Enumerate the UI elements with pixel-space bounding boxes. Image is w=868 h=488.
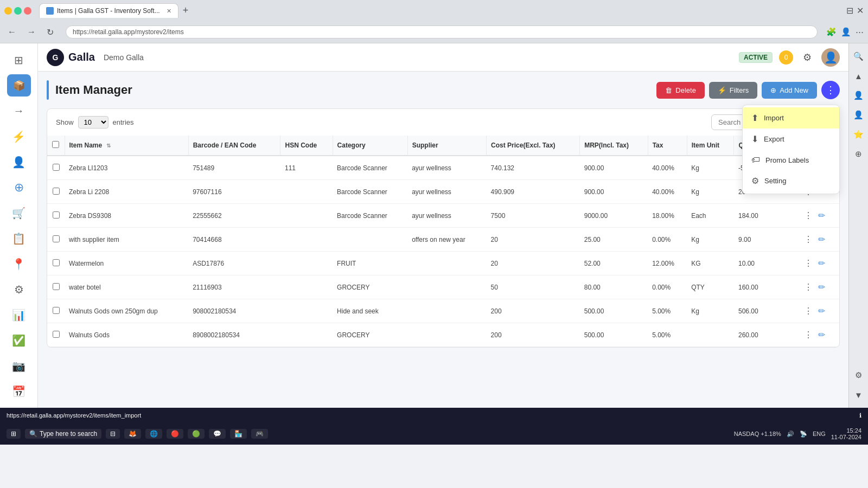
- col-item-name[interactable]: Item Name ⇅: [65, 136, 188, 156]
- task-view[interactable]: ⊟: [106, 429, 120, 439]
- tab-close-icon[interactable]: ✕: [167, 8, 171, 15]
- sidebar-item-add[interactable]: ⊕: [7, 176, 31, 198]
- sidebar-item-checklist[interactable]: ✅: [7, 329, 31, 351]
- window-controls[interactable]: [4, 7, 31, 15]
- rp-add[interactable]: ⊕: [851, 146, 866, 162]
- row-checkbox[interactable]: [53, 331, 60, 338]
- restore-icon[interactable]: ⊟: [846, 5, 853, 16]
- network-icon[interactable]: 📡: [800, 431, 807, 438]
- col-mrp[interactable]: MRP(Incl. Tax): [580, 136, 648, 156]
- start-menu[interactable]: ⊞: [7, 429, 21, 439]
- row-checkbox-cell[interactable]: [47, 204, 65, 228]
- dropdown-item-promo-labels[interactable]: 🏷 Promo Labels: [743, 150, 839, 170]
- row-edit-button[interactable]: ✏: [817, 329, 826, 341]
- row-edit-button[interactable]: ✏: [817, 281, 826, 293]
- sidebar-item-dashboard[interactable]: ⊞: [7, 49, 31, 71]
- row-checkbox-cell[interactable]: [47, 156, 65, 180]
- close-button[interactable]: [24, 7, 31, 15]
- window-close-icon[interactable]: ✕: [857, 5, 864, 16]
- row-checkbox-cell[interactable]: [47, 299, 65, 323]
- row-menu-button[interactable]: ⋮: [803, 233, 814, 246]
- rp-scroll-down[interactable]: ▼: [851, 387, 866, 402]
- col-category[interactable]: Category: [333, 136, 407, 156]
- col-cost[interactable]: Cost Price(Excl. Tax): [487, 136, 580, 156]
- rp-star[interactable]: ⭐: [851, 127, 866, 142]
- row-menu-button[interactable]: ⋮: [803, 257, 814, 269]
- row-checkbox[interactable]: [53, 235, 60, 242]
- sidebar-item-customer[interactable]: 👤: [7, 151, 31, 173]
- sidebar-item-reports[interactable]: 📋: [7, 227, 31, 249]
- entries-select[interactable]: 10 25 50 100: [78, 116, 108, 129]
- col-supplier[interactable]: Supplier: [407, 136, 486, 156]
- chrome-btn[interactable]: 🌐: [145, 429, 162, 439]
- row-menu-button[interactable]: ⋮: [803, 305, 814, 317]
- row-menu-button[interactable]: ⋮: [803, 281, 814, 293]
- new-tab-button[interactable]: +: [183, 5, 189, 16]
- coin-button[interactable]: 0: [779, 50, 793, 65]
- profile-button[interactable]: 👤: [841, 27, 851, 37]
- rp-settings[interactable]: ⚙: [851, 368, 866, 383]
- col-unit[interactable]: Item Unit: [687, 136, 734, 156]
- row-checkbox-cell[interactable]: [47, 180, 65, 204]
- rp-scroll-up[interactable]: ▲: [851, 68, 866, 84]
- extensions-button[interactable]: 🧩: [826, 27, 837, 37]
- volume-icon[interactable]: 🔊: [787, 431, 794, 438]
- minimize-button[interactable]: [4, 7, 12, 15]
- active-tab[interactable]: Items | Galla GST - Inventory Soft... ✕: [39, 3, 178, 18]
- row-checkbox-cell[interactable]: [47, 323, 65, 347]
- row-edit-button[interactable]: ✏: [817, 257, 826, 269]
- row-menu-button[interactable]: ⋮: [803, 329, 814, 341]
- rp-search[interactable]: 🔍: [851, 49, 866, 64]
- dropdown-item-export[interactable]: ⬇ Export: [743, 129, 839, 150]
- sidebar-item-camera[interactable]: 📷: [7, 355, 31, 377]
- col-tax[interactable]: Tax: [648, 136, 687, 156]
- sidebar-item-location[interactable]: 📍: [7, 253, 31, 275]
- row-checkbox[interactable]: [53, 164, 60, 171]
- col-hsn[interactable]: HSN Code: [280, 136, 333, 156]
- app2-btn[interactable]: 🟢: [188, 429, 205, 439]
- delete-button[interactable]: 🗑 Delete: [656, 82, 705, 99]
- dropdown-item-setting[interactable]: ⚙ Setting: [743, 170, 839, 191]
- sidebar-item-calendar[interactable]: 📅: [7, 380, 31, 402]
- rp-user[interactable]: 👤: [851, 88, 866, 103]
- app4-btn[interactable]: 🏪: [230, 429, 247, 439]
- row-edit-button[interactable]: ✏: [817, 209, 826, 222]
- row-checkbox-cell[interactable]: [47, 252, 65, 275]
- sidebar-item-items[interactable]: 📦: [7, 74, 31, 97]
- table-scroll[interactable]: Item Name ⇅ Barcode / EAN Code HSN Code …: [47, 136, 839, 347]
- back-button[interactable]: ←: [4, 26, 20, 38]
- address-bar[interactable]: https://retail.galla.app/mystorev2/items: [66, 25, 818, 38]
- sidebar-item-analytics[interactable]: 📊: [7, 304, 31, 326]
- forward-button[interactable]: →: [24, 26, 39, 38]
- sidebar-item-cart[interactable]: 🛒: [7, 202, 31, 224]
- row-checkbox[interactable]: [53, 211, 60, 219]
- more-options-button[interactable]: ⋯: [856, 27, 864, 37]
- app5-btn[interactable]: 🎮: [251, 429, 268, 439]
- row-menu-button[interactable]: ⋮: [803, 209, 814, 222]
- row-checkbox[interactable]: [53, 283, 60, 290]
- search-bar[interactable]: 🔍 Type here to search: [25, 429, 101, 439]
- filters-button[interactable]: ⚡ Filters: [709, 82, 757, 99]
- row-checkbox[interactable]: [53, 259, 60, 266]
- firefox-btn[interactable]: 🦊: [124, 429, 141, 439]
- row-edit-button[interactable]: ✏: [817, 305, 826, 317]
- row-edit-button[interactable]: ✏: [817, 233, 826, 246]
- dropdown-item-import[interactable]: ⬆ Import: [743, 107, 839, 129]
- select-all-header[interactable]: [47, 136, 65, 156]
- app1-btn[interactable]: 🔴: [167, 429, 183, 439]
- refresh-button[interactable]: ↻: [43, 26, 57, 38]
- select-all-checkbox[interactable]: [52, 141, 59, 148]
- more-button[interactable]: ⋮: [821, 81, 840, 99]
- maximize-button[interactable]: [14, 7, 22, 15]
- app3-btn[interactable]: 💬: [209, 429, 226, 439]
- row-checkbox[interactable]: [53, 307, 60, 314]
- rp-user2[interactable]: 👤: [851, 107, 866, 123]
- row-checkbox[interactable]: [53, 188, 60, 195]
- sidebar-item-arrow[interactable]: →: [7, 100, 31, 122]
- sidebar-item-quick[interactable]: ⚡: [7, 125, 31, 147]
- row-checkbox-cell[interactable]: [47, 228, 65, 252]
- sidebar-item-settings[interactable]: ⚙: [7, 278, 31, 300]
- col-barcode[interactable]: Barcode / EAN Code: [188, 136, 280, 156]
- avatar[interactable]: 👤: [821, 48, 840, 67]
- header-settings-button[interactable]: ⚙: [800, 50, 815, 65]
